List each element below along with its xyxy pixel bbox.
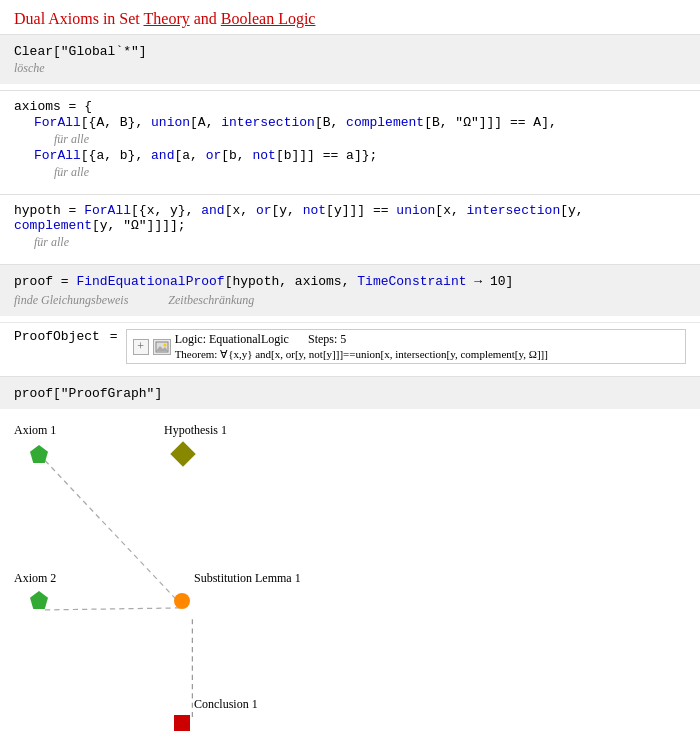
proof-label2: Zeitbeschränkung <box>168 293 254 308</box>
proof-object-box[interactable]: + Logic: EquationalLogic Steps: 5 Theore… <box>126 329 686 364</box>
clear-code: Clear["Global`*"] <box>14 44 147 59</box>
proof-labels: finde Gleichungsbeweis Zeitbeschränkung <box>14 291 686 308</box>
svg-point-2 <box>163 343 166 346</box>
proof-code: proof = FindEquationalProof[hypoth, axio… <box>14 274 513 289</box>
page-title: Dual Axioms in Set Theory and Boolean Lo… <box>0 0 700 34</box>
axioms-eq: axioms = { <box>14 99 92 114</box>
hyp1-label: Hypothesis 1 <box>164 423 227 438</box>
proof-object-label: ProofObject <box>14 329 100 344</box>
title-underline1: Theory <box>144 10 190 27</box>
axioms-forall2-code: ForAll[{a, b}, and[a, or[b, not[b]]] == … <box>34 148 377 163</box>
hyp1-shape <box>170 441 195 466</box>
proof-graph-cell: proof["ProofGraph"] <box>0 376 700 409</box>
axioms-line1: axioms = { <box>14 99 686 114</box>
image-icon[interactable] <box>153 339 171 355</box>
axiom2-shape <box>30 591 48 609</box>
hypoth-code: hypoth = ForAll[{x, y}, and[x, or[y, not… <box>14 203 686 233</box>
logic-label: Logic: EquationalLogic <box>175 332 289 346</box>
proof-label1: finde Gleichungsbeweis <box>14 293 128 308</box>
proof-logic-steps: Logic: EquationalLogic Steps: 5 <box>175 332 548 347</box>
equals-sign: = <box>110 329 118 344</box>
proof-object-section: ProofObject = + Logic: EquationalLogic S… <box>0 322 700 370</box>
axioms-forall2-label: für alle <box>54 165 686 180</box>
clear-label: lösche <box>14 61 686 76</box>
title-prefix: Dual Axioms in Set <box>14 10 144 27</box>
proof-graph-code: proof["ProofGraph"] <box>14 386 162 401</box>
steps-label: Steps: 5 <box>308 332 346 346</box>
concl1-label: Conclusion 1 <box>194 697 258 712</box>
subst1-shape <box>174 593 190 609</box>
hypoth-cell: hypoth = ForAll[{x, y}, and[x, or[y, not… <box>0 194 700 258</box>
axiom1-label: Axiom 1 <box>14 423 56 438</box>
proof-theorem: Theorem: ∀{x,y} and[x, or[y, not[y]]]==u… <box>175 348 548 361</box>
proof-object-row: ProofObject = + Logic: EquationalLogic S… <box>14 329 686 364</box>
subst1-label: Substitution Lemma 1 <box>194 571 301 586</box>
title-underline2: Boolean Logic <box>221 10 316 27</box>
axioms-forall1: ForAll[{A, B}, union[A, intersection[B, … <box>34 114 686 147</box>
svg-line-3 <box>45 461 184 608</box>
plus-icon[interactable]: + <box>133 339 149 355</box>
axioms-cell: axioms = { ForAll[{A, B}, union[A, inter… <box>0 90 700 188</box>
axioms-forall1-code: ForAll[{A, B}, union[A, intersection[B, … <box>34 115 557 130</box>
proof-cell: proof = FindEquationalProof[hypoth, axio… <box>0 264 700 316</box>
axiom1-shape <box>30 445 48 463</box>
graph-area: Axiom 1 Hypothesis 1 Axiom 2 Substitutio… <box>0 409 700 746</box>
clear-cell: Clear["Global`*"] lösche <box>0 34 700 84</box>
axioms-forall1-label: für alle <box>54 132 686 147</box>
hypoth-label: für alle <box>34 235 686 250</box>
title-middle: and <box>190 10 221 27</box>
svg-line-4 <box>45 608 184 610</box>
proof-object-info: Logic: EquationalLogic Steps: 5 Theorem:… <box>175 332 548 361</box>
axiom2-label: Axiom 2 <box>14 571 56 586</box>
axioms-forall2: ForAll[{a, b}, and[a, or[b, not[b]]] == … <box>34 147 686 180</box>
concl1-shape <box>174 715 190 731</box>
